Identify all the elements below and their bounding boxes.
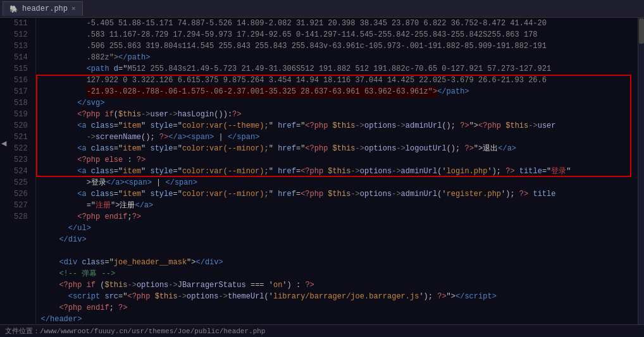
code-line-521: </div> — [41, 234, 633, 245]
tab-bar: 🐘 header.php × — [0, 0, 644, 18]
line-num: 521 — [14, 132, 30, 143]
scrollbar-thumb[interactable] — [639, 18, 644, 44]
code-line-516: <?php else : ?> — [41, 154, 633, 166]
line-num: 514 — [14, 52, 30, 63]
line-num: 512 — [14, 29, 30, 40]
line-num: 527 — [14, 200, 30, 211]
editor-area: ◀ 511 512 513 514 515 516 517 518 519 52… — [0, 18, 644, 324]
line-num: 522 — [14, 143, 30, 154]
line-num: 511 — [14, 18, 30, 29]
line-num: 520 — [14, 120, 30, 132]
code-line: -5.405 51.88-15.171 74.887-5.526 14.809-… — [41, 18, 633, 29]
line-num: 515 — [14, 63, 30, 75]
line-num: 526 — [14, 188, 30, 200]
line-num: 518 — [14, 97, 30, 109]
code-line-522 — [41, 245, 633, 257]
line-num: 516 — [14, 75, 30, 86]
code-line-523: <div class="joe_header__mask"></div> — [41, 257, 633, 268]
php-icon: 🐘 — [9, 5, 18, 13]
line-num: 523 — [14, 154, 30, 166]
code-line-511b: 127.922 0 3.322.126 6.615.375 9.875.264 … — [41, 75, 633, 86]
file-path: 文件位置：/www/wwwroot/fuuuy.cn/usr/themes/Jo… — [5, 326, 265, 336]
scrollbar-vertical[interactable] — [638, 18, 644, 324]
code-line-514b: ->screenName(); ?></a><span> | </span> — [41, 132, 633, 143]
line-numbers: 511 512 513 514 515 516 517 518 519 520 … — [9, 18, 36, 324]
code-line-527: <?php endif; ?> — [41, 302, 633, 314]
tab-header-php[interactable]: 🐘 header.php × — [3, 1, 83, 16]
code-line-519: <?php endif;?> — [41, 211, 633, 223]
code-line-513: <?php if($this->user->hasLogin()):?> — [41, 109, 633, 120]
tab-label: header.php — [22, 4, 68, 13]
code-line: .882z"></path> — [41, 52, 633, 63]
code-line-517: <a class="item" style="color:var(--minor… — [41, 166, 633, 177]
code-line-511c: -21.93-.028-.788-.06-1.575-.06-2.37.001-… — [41, 86, 633, 97]
code-line: .506 255.863 319.804s114.545 255.843 255… — [41, 40, 633, 52]
code-line-518: <a class="item" style="color:var(--minor… — [41, 188, 633, 200]
status-bar: 文件位置：/www/wwwroot/fuuuy.cn/usr/themes/Jo… — [0, 324, 644, 337]
code-line-528: </header> — [41, 314, 633, 324]
line-num: 519 — [14, 109, 30, 120]
line-num: 525 — [14, 177, 30, 188]
code-line: .583 11.167-28.729 17.294-59.973 17.294-… — [41, 29, 633, 40]
code-line-512: </svg> — [41, 97, 633, 109]
line-num: 524 — [14, 166, 30, 177]
code-line-515: <a class="item" style="color:var(--minor… — [41, 143, 633, 154]
line-num: 528 — [14, 211, 30, 223]
left-arrow-icon: ◀ — [1, 138, 6, 149]
code-line-520: </ul> — [41, 223, 633, 234]
code-line-511: <path d="M512 255.843s21.49-5.723 21.49-… — [41, 63, 633, 75]
code-line-524: <!-- 弹幕 --> — [41, 268, 633, 279]
code-content: -5.405 51.88-15.171 74.887-5.526 14.809-… — [36, 18, 638, 324]
close-icon[interactable]: × — [71, 5, 76, 13]
code-line-514: <a class="item" style="color:var(--theme… — [41, 120, 633, 132]
code-line-526: <script src="<?php $this->options->theme… — [41, 291, 633, 302]
left-indicator: ◀ — [0, 18, 9, 324]
line-num: 517 — [14, 86, 30, 97]
code-line-517b: >登录</a><span> | </span> — [41, 177, 633, 188]
code-line-525: <?php if ($this->options->JBarragerStatu… — [41, 279, 633, 291]
line-num: 513 — [14, 40, 30, 52]
code-line-518b: ="注册">注册</a> — [41, 200, 633, 211]
